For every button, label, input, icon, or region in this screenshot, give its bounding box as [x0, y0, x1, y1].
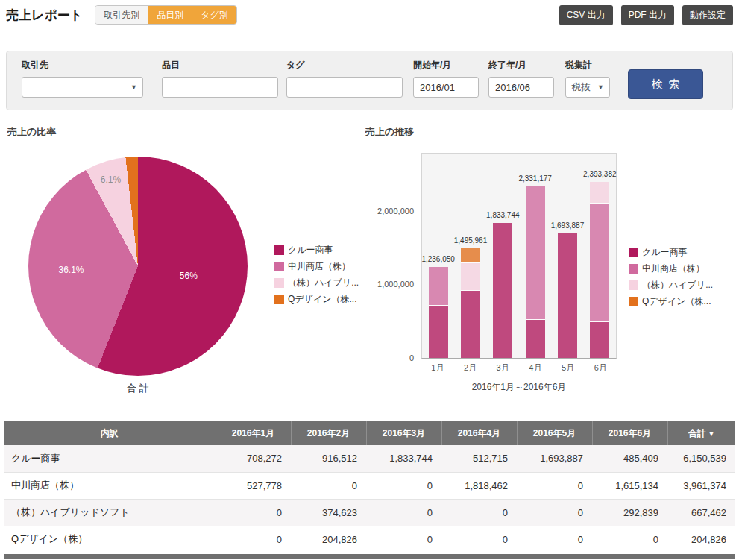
- row-label: Qデザイン（株）: [4, 526, 216, 553]
- bar-column: 1,495,961: [454, 154, 486, 358]
- y-axis-tick: 1,000,000: [328, 280, 414, 289]
- start-month-input[interactable]: [413, 77, 479, 98]
- table-row: クルー商事708,272916,5121,833,744512,7151,693…: [4, 445, 735, 472]
- legend-item: 中川商店（株）: [629, 262, 713, 275]
- bar-column: 1,833,744: [487, 154, 519, 358]
- tab-by-item[interactable]: 品目別: [148, 6, 192, 24]
- bar-column: 2,393,382: [584, 154, 616, 358]
- sales-trend-bar-chart: 1,236,0501,495,9611,833,7442,331,1771,69…: [421, 153, 617, 359]
- search-button[interactable]: 検索: [628, 69, 703, 99]
- legend-swatch: [274, 262, 284, 271]
- bar-segment: [590, 204, 609, 322]
- x-axis-label: 6月: [584, 362, 617, 374]
- cell-value: 1,615,134: [592, 472, 667, 499]
- legend-swatch: [629, 248, 638, 257]
- bar-segment: [590, 322, 609, 358]
- pdf-export-button[interactable]: PDF 出力: [621, 5, 674, 25]
- tax-select-value: 税抜: [571, 81, 591, 94]
- legend-swatch: [274, 278, 284, 288]
- tag-label: タグ: [286, 59, 403, 71]
- sales-ratio-pie-chart: 56%36.1%6.1%: [28, 157, 248, 376]
- pie-slice-label: 56%: [180, 271, 198, 281]
- item-label: 品目: [162, 59, 278, 71]
- legend-label: Qデザイン（株...: [642, 295, 711, 308]
- start-month-field: 開始年/月: [413, 59, 479, 98]
- bar-total-label: 1,693,887: [551, 221, 585, 230]
- legend-swatch: [274, 295, 284, 304]
- tag-input[interactable]: [286, 77, 403, 98]
- item-input[interactable]: [162, 77, 278, 98]
- cell-value: 0: [517, 499, 592, 526]
- cell-value: 0: [517, 526, 592, 553]
- column-header: 2016年6月: [592, 421, 667, 445]
- bar-stack: [526, 186, 545, 358]
- x-axis-label: 2月: [454, 362, 487, 374]
- cell-value: 0: [441, 526, 517, 553]
- cell-value: 292,839: [592, 499, 667, 526]
- row-label: （株）ハイブリッドソフト: [4, 499, 216, 526]
- table-row: （株）ハイブリッドソフト0374,623000292,839667,462: [4, 499, 735, 526]
- x-axis-label: 5月: [552, 362, 585, 374]
- cell-value: 0: [366, 526, 441, 553]
- pie-caption: 合 計: [28, 382, 248, 395]
- partner-label: 取引先: [22, 59, 143, 71]
- column-header: 2016年4月: [441, 421, 517, 445]
- legend-swatch: [629, 264, 638, 274]
- bar-segment: [429, 306, 448, 358]
- cell-value: 0: [216, 499, 291, 526]
- bar-total-label: 1,495,961: [454, 236, 488, 245]
- cell-value: 0: [592, 526, 667, 553]
- legend-item: クルー商事: [274, 244, 359, 257]
- column-header-total[interactable]: 合計 ▼: [667, 421, 735, 445]
- cell-value: 6,150,539: [667, 445, 735, 472]
- cell-value: 3,961,374: [667, 472, 735, 499]
- tab-by-tag[interactable]: タグ別: [192, 6, 236, 24]
- table-row: 中川商店（株）527,778001,818,46201,615,1343,961…: [4, 472, 735, 499]
- x-axis-labels: 1月2月3月4月5月6月: [421, 362, 617, 374]
- legend-label: クルー商事: [288, 244, 333, 257]
- legend-label: クルー商事: [642, 246, 688, 259]
- cell-value: 0: [517, 472, 592, 499]
- bar-segment: [558, 233, 577, 358]
- table-row: Qデザイン（株）0204,8260000204,826: [4, 526, 735, 553]
- tab-by-partner[interactable]: 取引先別: [95, 6, 148, 24]
- cell-value: 374,623: [291, 499, 366, 526]
- bar-segment: [493, 223, 512, 358]
- cell-value: 485,409: [592, 445, 667, 472]
- x-axis-label: 1月: [421, 362, 454, 374]
- legend-swatch: [274, 245, 284, 255]
- cell-value: 1,818,462: [441, 472, 517, 499]
- cell-value: 204,826: [291, 526, 366, 553]
- charts-section: 売上の比率 売上の推移 56%36.1%6.1% 合 計 クルー商事中川商店（株…: [0, 119, 739, 421]
- cell-value: 204,826: [667, 526, 735, 553]
- bar-total-label: 2,393,382: [583, 170, 617, 178]
- partner-field: 取引先 ▼: [22, 59, 143, 98]
- table-footer-cutoff: [4, 554, 735, 559]
- bar-segment: [526, 320, 545, 358]
- tax-field: 税集計 税抜 ▼: [565, 59, 610, 98]
- x-axis-label: 4月: [519, 362, 552, 374]
- bar-columns: 1,236,0501,495,9611,833,7442,331,1771,69…: [422, 154, 616, 358]
- bar-segment: [429, 267, 448, 306]
- csv-export-button[interactable]: CSV 出力: [559, 5, 613, 25]
- legend-swatch: [629, 297, 638, 306]
- end-month-field: 終了年/月: [488, 59, 554, 98]
- legend-item: クルー商事: [629, 246, 713, 259]
- top-bar: 売上レポート 取引先別 品目別 タグ別 CSV 出力 PDF 出力 動作設定: [0, 0, 739, 30]
- end-month-input[interactable]: [488, 77, 554, 98]
- partner-select[interactable]: ▼: [22, 77, 143, 98]
- settings-button[interactable]: 動作設定: [682, 5, 733, 25]
- bar-total-label: 1,833,744: [486, 211, 520, 219]
- page-title: 売上レポート: [6, 7, 83, 24]
- bar-segment: [461, 291, 480, 358]
- bar-segment: [461, 263, 480, 291]
- tax-select[interactable]: 税抜 ▼: [565, 77, 610, 98]
- bar-stack: [493, 223, 512, 358]
- cell-value: 527,778: [216, 472, 291, 499]
- cell-value: 708,272: [216, 445, 291, 472]
- legend-item: 中川商店（株）: [274, 260, 359, 273]
- cell-value: 0: [216, 526, 291, 553]
- cell-value: 667,462: [667, 499, 735, 526]
- y-axis-tick: 0: [328, 353, 414, 362]
- cell-value: 1,833,744: [366, 445, 441, 472]
